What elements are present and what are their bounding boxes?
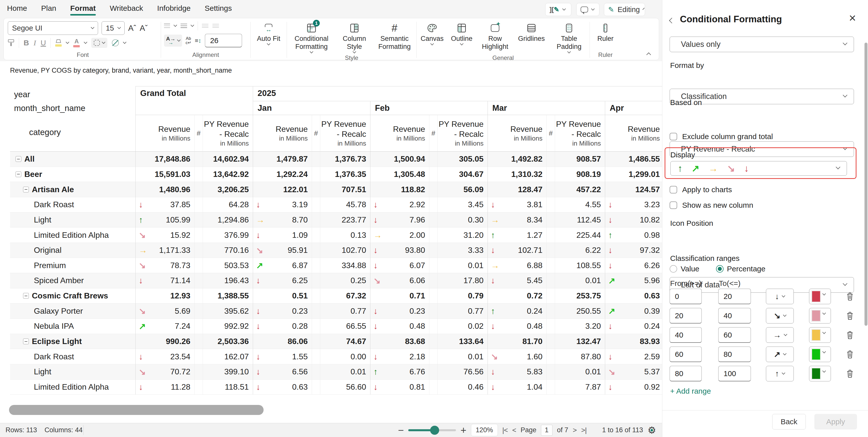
vertical-align-button[interactable] — [164, 24, 170, 28]
panel-back-chevron[interactable] — [670, 19, 674, 24]
collapse-icon[interactable] — [16, 171, 21, 177]
pivot-value-cell[interactable]: ↑0.24 — [488, 303, 547, 319]
pivot-value-cell[interactable]: ↓11.28 — [135, 380, 194, 395]
pivot-value-cell[interactable]: 86.06 — [253, 334, 312, 349]
zoom-slider-thumb[interactable] — [430, 426, 439, 435]
pivot-value-cell[interactable]: ↓10.82 — [605, 212, 662, 228]
outline-button[interactable]: Outline — [449, 21, 474, 46]
add-range-link[interactable]: + Add range — [670, 387, 711, 395]
pivot-row-label[interactable]: Spiced Amber — [10, 273, 135, 289]
pivot-value-cell[interactable]: ↗0.39 — [605, 303, 662, 319]
pivot-value-cell[interactable]: ↓0.24 — [605, 319, 662, 334]
range-color-select[interactable] — [809, 327, 831, 343]
pivot-value-cell[interactable]: ↓5.83 — [488, 364, 547, 380]
menu-item-plan[interactable]: Plan — [41, 2, 57, 14]
pivot-value-cell[interactable]: 250.55 — [555, 303, 605, 319]
pivot-row-label[interactable]: Galaxy Porter — [10, 303, 135, 319]
range-to-input[interactable] — [718, 346, 751, 362]
gridlines-button[interactable]: Gridlines — [516, 21, 547, 44]
pivot-value-cell[interactable]: 83.68 — [370, 334, 429, 349]
table-padding-button[interactable]: Table Padding — [552, 21, 587, 54]
gear-icon[interactable]: ⚙ — [648, 426, 656, 435]
pivot-value-cell[interactable]: ↓0.23 — [370, 303, 429, 319]
pivot-value-cell[interactable]: ↓6.25 — [253, 273, 312, 289]
pivot-row-label[interactable]: Original — [10, 243, 135, 258]
hash-column-header[interactable]: # — [312, 115, 320, 152]
category-field-header[interactable]: category — [10, 115, 135, 152]
pivot-row-label[interactable]: All — [10, 152, 135, 167]
pivot-value-cell[interactable]: 3.20 — [555, 319, 605, 334]
pivot-value-cell[interactable]: ↓6.26 — [605, 258, 662, 273]
pivot-row-label[interactable]: Cosmic Craft Brews — [10, 289, 135, 304]
pivot-value-cell[interactable]: 457.22 — [555, 182, 605, 197]
pivot-value-cell[interactable]: →2.00 — [370, 228, 429, 243]
value-radio[interactable] — [670, 265, 677, 273]
pivot-value-cell[interactable]: ↘5.37 — [605, 364, 662, 380]
scope-select[interactable]: Values only — [670, 37, 854, 52]
month-header-feb[interactable]: Feb — [370, 101, 488, 115]
pivot-value-cell[interactable]: 399.10 — [203, 364, 253, 380]
pivot-value-cell[interactable]: ↓7.96 — [370, 212, 429, 228]
conditional-formatting-button[interactable]: 1 Conditional Formatting — [290, 21, 333, 54]
display-icon-set-select[interactable]: ↑↗→↘↓ — [670, 161, 847, 176]
row-height-input[interactable] — [205, 34, 242, 47]
pivot-value-cell[interactable]: 0.01 — [555, 364, 605, 380]
highlight-color-button[interactable] — [55, 39, 62, 46]
pivot-value-cell[interactable]: ↓6.56 — [253, 364, 312, 380]
pivot-value-cell[interactable]: 1,376.73 — [320, 152, 370, 167]
pivot-value-cell[interactable]: 0.00 — [320, 349, 370, 364]
pivot-value-cell[interactable]: 132.47 — [555, 334, 605, 349]
range-arrow-select[interactable]: ↘ — [766, 308, 794, 324]
pivot-value-cell[interactable]: ↓5.45 — [488, 273, 547, 289]
range-from-input[interactable] — [670, 346, 702, 362]
collapse-icon[interactable] — [16, 156, 21, 162]
pivot-value-cell[interactable]: →1,171.33 — [135, 243, 194, 258]
range-color-select[interactable] — [809, 308, 831, 324]
pivot-value-cell[interactable]: 128.47 — [488, 182, 547, 197]
pivot-value-cell[interactable]: ↓3.23 — [605, 197, 662, 212]
chevron-down-icon[interactable] — [191, 23, 194, 27]
zoom-slider[interactable] — [408, 429, 456, 431]
pivot-value-cell[interactable]: 1,480.96 — [135, 182, 194, 197]
comments-dropdown-button[interactable] — [576, 3, 599, 16]
pivot-value-cell[interactable]: ↘78.73 — [135, 258, 194, 273]
pivot-value-cell[interactable]: 112.45 — [555, 212, 605, 228]
pivot-value-cell[interactable]: ↓0.92 — [605, 380, 662, 395]
row-highlight-button[interactable]: Row Highlight — [479, 21, 512, 52]
panel-close-icon[interactable]: × — [849, 12, 856, 24]
pivot-value-cell[interactable]: 0.02 — [437, 319, 488, 334]
pivot-value-cell[interactable]: 3.33 — [437, 243, 488, 258]
no-fill-button[interactable] — [112, 39, 119, 46]
pivot-value-cell[interactable]: 0.46 — [437, 380, 488, 395]
wrap-text-button[interactable]: Abc↵ — [186, 36, 191, 45]
pivot-value-cell[interactable]: 14,602.94 — [203, 152, 253, 167]
pivot-value-cell[interactable]: 1,500.94 — [370, 152, 429, 167]
font-name-select[interactable]: Segoe UI — [8, 21, 98, 35]
pivot-value-cell[interactable]: 4.55 — [555, 197, 605, 212]
pivot-row-label[interactable]: Limited Edition Alpha — [10, 380, 135, 395]
back-button[interactable]: Back — [772, 414, 806, 430]
pivot-value-cell[interactable]: 992.92 — [203, 319, 253, 334]
pivot-value-cell[interactable]: 81.70 — [488, 334, 547, 349]
pivot-row-label[interactable]: Eclipse Light — [10, 334, 135, 349]
pivot-value-cell[interactable]: 0.72 — [488, 289, 547, 304]
pivot-value-cell[interactable]: ↑105.99 — [135, 212, 194, 228]
range-color-select[interactable] — [809, 346, 831, 362]
pivot-value-cell[interactable]: 0.51 — [253, 289, 312, 304]
pivot-value-cell[interactable]: 1,479.87 — [253, 152, 312, 167]
range-to-input[interactable] — [718, 308, 751, 324]
pivot-value-cell[interactable]: 225.44 — [555, 228, 605, 243]
apply-to-charts-checkbox[interactable] — [670, 186, 677, 194]
pivot-value-cell[interactable]: 0.71 — [370, 289, 429, 304]
previous-page-button[interactable]: < — [512, 426, 516, 434]
bold-button[interactable]: B — [24, 39, 29, 47]
pivot-value-cell[interactable]: 66.55 — [320, 319, 370, 334]
pivot-value-cell[interactable]: ↓97.32 — [605, 243, 662, 258]
py-revenue-column-header[interactable]: PY Revenue - Recalcin Millions — [320, 115, 370, 152]
zoom-level[interactable]: 120% — [471, 424, 498, 436]
month-header-mar[interactable]: Mar — [488, 101, 605, 115]
pivot-value-cell[interactable]: 31.20 — [437, 228, 488, 243]
pivot-value-cell[interactable]: 707.51 — [320, 182, 370, 197]
pivot-value-cell[interactable]: 196.43 — [203, 273, 253, 289]
pivot-value-cell[interactable]: 133.64 — [437, 334, 488, 349]
